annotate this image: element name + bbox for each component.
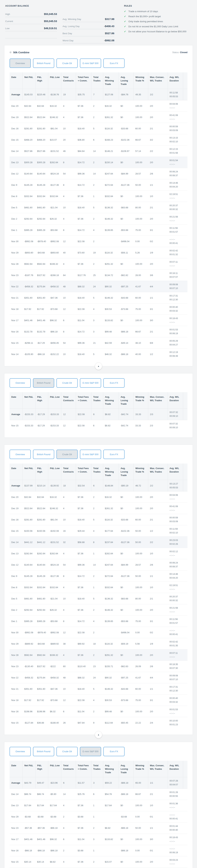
cell-pnl-low: $96.32	[48, 834, 61, 845]
cell-winning-trade-pct: 28.57	[134, 168, 148, 179]
cell-avg-wl-duration: 00:21:56--:--:--	[168, 604, 183, 616]
tab-crude-oil[interactable]: Crude Oil	[56, 747, 78, 756]
cell-pnl-low: -$288.18	[48, 270, 61, 281]
cell-pnl-low: $26.32	[48, 604, 61, 616]
tab-crude-oil[interactable]: Crude Oil	[56, 450, 78, 459]
cell-total-trades: 24	[91, 672, 103, 683]
cell-date: Dec 19	[9, 112, 23, 123]
duration-line: 00:07:26	[170, 779, 182, 783]
check-icon: ✓	[124, 10, 126, 13]
cell-avg-winning-trade: $146.21	[103, 146, 119, 157]
cell-net-pnl: -$57.36	[23, 823, 35, 834]
cell-pnl-low: -$139.92	[48, 480, 61, 492]
cell-avg-losing-trade: -$496.04	[119, 627, 134, 638]
column-header-p-l-low: P&L Low	[48, 392, 61, 409]
cell-date: Dec 20	[9, 100, 23, 112]
tab-bar: OverviewBritish PoundCrude OilE-mini S&P…	[9, 450, 188, 459]
tab-british-pound[interactable]: British Pound	[33, 747, 54, 756]
duration-line: 00:11:56	[169, 226, 182, 230]
cell-avg-wl-duration: 00:23:0300:02:26	[168, 536, 183, 548]
cell-avg-winning-trade: $155.71	[103, 661, 119, 672]
cell-max-consec-wl-trades: 4/4	[148, 281, 168, 292]
cell-avg-wl-duration: 00:09:0800:07:10	[168, 672, 183, 683]
cell-total-contracts: 4	[61, 213, 76, 224]
cell-date: Average	[9, 777, 23, 788]
tab-british-pound[interactable]: British Pound	[33, 59, 54, 68]
cell-pnl-high: $582.64	[35, 258, 48, 270]
cell-avg-wl-duration: 00:01:54--:--:--	[168, 157, 183, 168]
tab-british-pound[interactable]: British Pound	[33, 450, 54, 459]
tab-e-mini-s-p-500[interactable]: E-mini S&P 500	[80, 450, 101, 459]
tab-overview[interactable]: Overview	[9, 59, 31, 68]
tab-e-mini-s-p-500[interactable]: E-mini S&P 500	[80, 747, 101, 756]
cell-filler	[183, 420, 188, 431]
cell-date: Nov 29	[9, 638, 23, 649]
cell-net-pnl: $351.60	[23, 683, 35, 694]
cell-pnl-low: -$53.68	[48, 224, 61, 236]
cell-max-consec-wl-trades: 1/0	[148, 582, 168, 593]
cell-filler	[183, 89, 188, 100]
tab-euro-fx[interactable]: Euro FX	[103, 747, 124, 756]
cell-date: Nov 23	[9, 661, 23, 672]
rule-item: ✓ Do not allow your Account Balance to g…	[124, 30, 192, 33]
cell-total-contracts: 10	[61, 683, 76, 694]
column-header-p-l-high: P&L High	[35, 72, 48, 89]
tab-overview[interactable]: Overview	[9, 747, 31, 756]
stat-label: Avg. Losing Day	[62, 25, 80, 28]
cell-avg-wl-duration: 00:09:0800:07:10	[168, 281, 183, 292]
cell-max-consec-wl-trades: 3/1	[148, 304, 168, 315]
tab-euro-fx[interactable]: Euro FX	[103, 59, 124, 68]
cell-avg-wl-duration: --:--:--00:00:41	[168, 236, 183, 247]
tab-euro-fx[interactable]: Euro FX	[103, 378, 124, 388]
tab-overview[interactable]: Overview	[9, 378, 31, 388]
tab-e-mini-s-p-500[interactable]: E-mini S&P 500	[80, 378, 101, 388]
cell-total-fees-comm: $18.40	[76, 202, 91, 213]
cell-avg-losing-trade: $0	[119, 258, 134, 270]
tab-crude-oil[interactable]: Crude Oil	[56, 378, 78, 388]
tab-overview[interactable]: Overview	[9, 450, 31, 459]
cell-date: Dec 20	[9, 492, 23, 503]
cell-total-fees-comm: $58.88	[76, 536, 91, 548]
cell-pnl-high: $401.46	[35, 315, 48, 326]
cell-pnl-high: $522.64	[35, 503, 48, 514]
tab-crude-oil[interactable]: Crude Oil	[56, 59, 78, 68]
cell-avg-wl-duration: 00:11:5900:02:10	[168, 525, 183, 536]
cell-total-contracts: 8	[61, 179, 76, 191]
duration-line: 00:06:19	[169, 850, 182, 855]
cell-net-pnl: $582.64	[23, 258, 35, 270]
cell-total-trades: 1	[91, 191, 103, 202]
cell-net-pnl: $32.64	[23, 492, 35, 503]
cell-avg-losing-trade: -$84.76	[119, 89, 134, 100]
table-row: Dec 12$140.64$140.64-$524.1654$99.3614$2…	[9, 559, 188, 570]
cell-net-pnl: $401.46	[23, 315, 35, 326]
duration-line: 00:41:08	[169, 113, 182, 117]
duration-line: 00:20:37	[169, 595, 182, 598]
cell-avg-wl-duration: 02:19:51--:--:--	[168, 191, 183, 202]
cell-date: Nov 15	[9, 337, 23, 349]
tab-euro-fx[interactable]: Euro FX	[103, 450, 124, 459]
collapse-arrow-button[interactable]: ▲	[95, 731, 102, 738]
cell-winning-trade-pct: 28.57	[134, 559, 148, 570]
cell-filler	[183, 281, 188, 292]
cell-avg-losing-trade: $0	[119, 503, 134, 514]
duration-line: 00:12:30	[169, 689, 182, 693]
cell-winning-trade-pct: 80.00	[134, 202, 148, 213]
tab-e-mini-s-p-500[interactable]: E-mini S&P 500	[80, 59, 101, 68]
cell-avg-wl-duration: 00:01:5300:06:19	[168, 326, 183, 337]
cell-date: Nov 16	[9, 326, 23, 337]
collapse-arrow-button[interactable]: ▲	[95, 363, 102, 370]
cell-total-contracts: 10	[61, 349, 76, 360]
stat-row-worst-day: Worst Day -$992.08	[62, 36, 114, 43]
duration-line: 00:00:55	[169, 794, 182, 798]
cell-pnl-low: -$152.22	[48, 349, 61, 360]
cell-max-consec-wl-trades: 2/2	[148, 480, 168, 492]
tab-british-pound[interactable]: British Pound	[33, 378, 54, 388]
stat-value: $49,519.51	[44, 27, 57, 30]
cell-avg-winning-trade: $148.84	[103, 480, 119, 492]
cell-pnl-low: $96.32	[48, 315, 61, 326]
duration-line: 00:21:56	[169, 606, 182, 610]
cell-filler	[183, 638, 188, 649]
cell-max-consec-wl-trades: 1/9	[148, 247, 168, 258]
cell-date: Average	[9, 480, 23, 492]
cell-total-trades: 2	[91, 823, 103, 834]
